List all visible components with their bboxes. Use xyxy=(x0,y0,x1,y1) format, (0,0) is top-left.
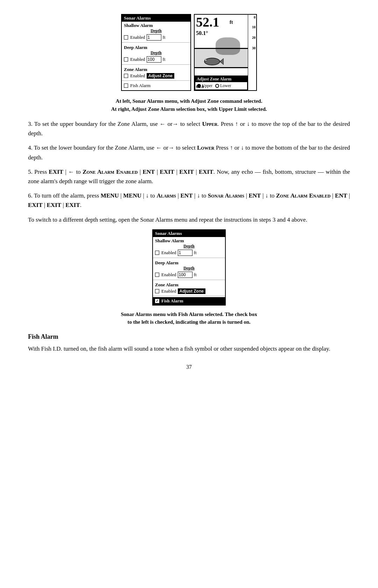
paragraph-switch: To switch to a different depth setting, … xyxy=(28,215,350,224)
shallow-depth-input-2[interactable] xyxy=(178,250,192,256)
zone-enabled-checkbox-2[interactable] xyxy=(155,289,159,293)
top-figures-container: Sonar Alarms Shallow Alarm Depth Enabled… xyxy=(28,14,350,91)
sonar-display-box-top: 52.1 ft 50.1° 0 10 20 30 Adjust Zone Ala… xyxy=(194,14,257,91)
fish-alarm-label-top: Fish Alarm xyxy=(130,83,150,88)
fish-alarm-section-heading: Fish Alarm xyxy=(28,333,350,340)
scale-0: 0 xyxy=(254,15,255,19)
deep-ft-label: ft xyxy=(163,57,166,62)
shallow-ft-label: ft xyxy=(163,35,166,40)
scale-30: 30 xyxy=(252,46,255,50)
fish-alarm-row-top: Fish Alarm xyxy=(122,82,190,89)
shallow-enabled-label: Enabled xyxy=(130,35,145,40)
shallow-alarm-row-2: Enabled ft xyxy=(153,249,225,257)
shallow-alarm-label: Shallow Alarm xyxy=(122,22,190,28)
deep-enabled-label-2: Enabled xyxy=(161,272,176,278)
sonar-menu-title-bottom: Sonar Alarms xyxy=(153,230,225,237)
deep-alarm-label: Deep Alarm xyxy=(122,44,190,50)
zone-enabled-label: Enabled xyxy=(130,73,145,79)
shallow-ft-label-2: ft xyxy=(194,250,197,256)
lower-radio-option: Lower xyxy=(215,83,231,88)
upper-small-caps: Upper xyxy=(202,121,217,127)
center-figure-container: Sonar Alarms Shallow Alarm Depth Enabled… xyxy=(28,229,350,306)
zone-alarm-row: Enabled Adjust Zone xyxy=(122,72,190,79)
shallow-alarm-label-2: Shallow Alarm xyxy=(153,237,225,244)
lower-label: Lower xyxy=(220,83,231,88)
shallow-alarm-row: Enabled ft xyxy=(122,34,190,41)
adjust-zone-options: Upper Lower xyxy=(197,83,245,88)
zone-enabled-label-2: Enabled xyxy=(161,288,176,294)
deep-enabled-checkbox-2[interactable] xyxy=(155,273,159,277)
adjust-zone-title: Adjust Zone Alarm xyxy=(195,76,247,82)
zone-lower-bar xyxy=(195,67,248,68)
adjust-zone-button-bottom[interactable]: Adjust Zone xyxy=(178,288,205,294)
fish-alarm-row-bottom-highlighted: ✓ Fish Alarm xyxy=(153,297,225,305)
paragraph-6: 6. To turn off the alarm, press MENU | M… xyxy=(28,191,350,210)
deep-ft-label-2: ft xyxy=(194,272,197,278)
shallow-enabled-label-2: Enabled xyxy=(161,250,176,256)
deep-alarm-row: Enabled ft xyxy=(122,56,190,63)
shallow-enabled-checkbox[interactable] xyxy=(124,35,128,40)
deep-enabled-label: Enabled xyxy=(130,57,145,62)
deep-alarm-label-2: Deep Alarm xyxy=(153,259,225,266)
caption1-line1: At left, Sonar Alarms menu, with Adjust … xyxy=(28,97,350,105)
svg-point-0 xyxy=(204,58,220,65)
sonar-menu-title-top: Sonar Alarms xyxy=(122,15,190,22)
zone-alarm-row-2: Enabled Adjust Zone xyxy=(153,288,225,295)
depth-scale: 0 10 20 30 xyxy=(248,15,256,90)
svg-marker-1 xyxy=(220,58,224,65)
deep-depth-input[interactable] xyxy=(147,56,161,63)
zone-upper-bar xyxy=(195,48,248,49)
page-number: 37 xyxy=(28,364,350,370)
fish-alarm-paragraph: With Fish I.D. turned on, the fish alarm… xyxy=(28,344,350,353)
depth-label-1: Depth xyxy=(122,28,190,34)
zone-enabled-checkbox[interactable] xyxy=(124,74,128,78)
sonar-menu-box-bottom: Sonar Alarms Shallow Alarm Depth Enabled… xyxy=(152,229,226,306)
lower-radio-empty xyxy=(215,84,219,88)
depth-label-2-2: Depth xyxy=(153,266,225,271)
fish-alarm-checkbox-bottom[interactable]: ✓ xyxy=(155,299,159,303)
fish-icon xyxy=(201,57,224,66)
zone-alarm-label-bottom: Zone Alarm xyxy=(153,281,225,288)
fish-alarm-checkbox-top[interactable] xyxy=(124,84,128,88)
paragraph-4: 4. To set the lower boundary for the Zon… xyxy=(28,143,350,162)
svg-point-2 xyxy=(205,59,207,61)
deep-enabled-checkbox[interactable] xyxy=(124,57,128,62)
zone-alarm-label-top: Zone Alarm xyxy=(122,66,190,72)
caption1-line2: At right, Adjust Zone Alarm selection bo… xyxy=(28,105,350,113)
depth-reading-secondary: 50.1° xyxy=(196,30,208,36)
depth-label-1-2: Depth xyxy=(153,244,225,249)
caption-2: Sonar Alarms menu with Fish Alarm select… xyxy=(28,310,350,326)
deep-depth-input-2[interactable] xyxy=(178,272,192,278)
fish-alarm-label-bottom: Fish Alarm xyxy=(161,298,183,304)
paragraph-5: 5. Press EXIT | ← to Zone Alarm Enabled … xyxy=(28,167,350,186)
adjust-zone-button-top[interactable]: Adjust Zone xyxy=(147,73,174,79)
caption-1: At left, Sonar Alarms menu, with Adjust … xyxy=(28,97,350,113)
shallow-enabled-checkbox-2[interactable] xyxy=(155,251,159,255)
sonar-menu-box-top: Sonar Alarms Shallow Alarm Depth Enabled… xyxy=(121,14,191,91)
deep-alarm-row-2: Enabled ft xyxy=(153,271,225,279)
caption2-line1: Sonar Alarms menu with Fish Alarm select… xyxy=(28,310,350,318)
bottom-scale-label: 60.0 xyxy=(196,84,204,89)
scale-10: 10 xyxy=(252,25,255,29)
zone-alarm-enabled-caps: Zone Alarm Enabled xyxy=(83,168,138,175)
caption2-line2: to the left is checked, indicating the a… xyxy=(28,318,350,326)
depth-label-2: Depth xyxy=(122,50,190,56)
paragraph-3: 3. To set the upper boundary for the Zon… xyxy=(28,119,350,138)
depth-reading-main: 52.1 xyxy=(196,15,219,29)
depth-unit: ft xyxy=(230,20,233,25)
scale-20: 20 xyxy=(252,36,255,40)
exit-bold-1: EXIT xyxy=(49,168,63,175)
shallow-depth-input[interactable] xyxy=(147,34,161,41)
lower-small-caps: Lower xyxy=(197,144,214,151)
